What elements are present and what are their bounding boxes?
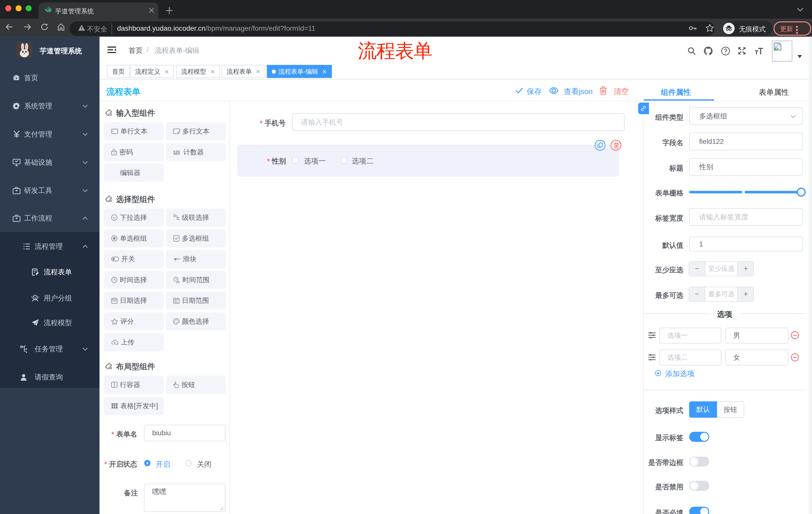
svg-text:123: 123 bbox=[173, 150, 180, 154]
